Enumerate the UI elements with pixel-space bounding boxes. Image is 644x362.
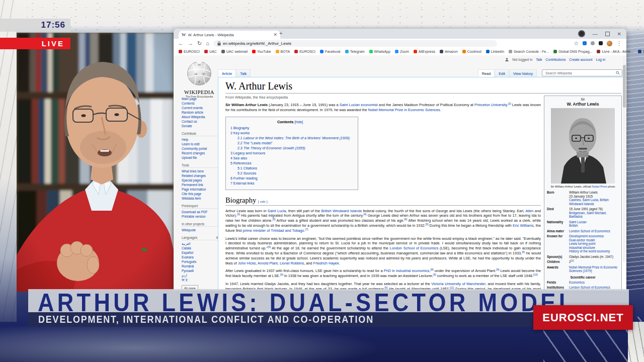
bookmark-item[interactable]: Coolmod (462, 50, 481, 53)
infobox-value-link[interactable]: Industrial structure (569, 246, 619, 250)
search-input[interactable] (544, 71, 616, 75)
sidebar-link[interactable]: Wikidata item (182, 196, 219, 201)
sidebar-link[interactable]: What links here (182, 169, 219, 173)
bookmark-item[interactable]: EUROSCI (179, 50, 200, 53)
article-link[interactable]: Arnold Plant (258, 261, 278, 265)
sidebar-link[interactable]: Download as PDF (182, 210, 219, 214)
bookmark-item[interactable]: Search Console - Fe... (509, 50, 549, 53)
toc-item[interactable]: 5 References (230, 161, 350, 166)
citation-ref[interactable]: [3] (237, 213, 240, 216)
profile-avatar[interactable] (607, 41, 612, 46)
close-button[interactable]: ✕ (617, 31, 621, 37)
citation-ref[interactable]: [8] (431, 268, 434, 271)
infobox-value-link[interactable]: Lewis turning point (569, 242, 619, 246)
infobox-value-link[interactable]: History of the world economy (569, 249, 619, 253)
back-icon[interactable]: ← (178, 41, 184, 46)
article-link[interactable]: Princeton University (474, 103, 507, 107)
toc-item[interactable]: 4 See also (230, 156, 350, 161)
new-tab-button[interactable]: + (279, 30, 282, 36)
toc-item[interactable]: 2.3 The Theory of Economic Growth (1955) (230, 146, 350, 151)
bookmark-item[interactable]: UAC webmail (221, 50, 248, 53)
tab-article[interactable]: Article (218, 69, 236, 77)
article-link[interactable]: Saint Lucia (268, 209, 286, 213)
toc-item[interactable]: 2.2 The "Lewis model" (230, 141, 350, 146)
toc-item[interactable]: 3 Legacy and honours (230, 151, 350, 156)
infobox-value-link[interactable]: Nobel Memorial Prize in Economic Science… (569, 265, 619, 273)
sidebar-link[interactable]: Printable version (182, 214, 219, 219)
sidebar-link[interactable]: Euskara (182, 255, 219, 259)
article-link[interactable]: Eric Williams (513, 223, 534, 228)
sidebar-link[interactable]: Page information (182, 187, 219, 192)
sidebar-link[interactable]: About Wikipedia (182, 115, 219, 119)
sidebar-link[interactable]: Donate (182, 124, 219, 128)
infobox-value-link[interactable]: British (569, 224, 619, 228)
citation-ref[interactable]: [5] (272, 218, 275, 221)
sidebar-link[interactable]: Contact us (182, 119, 219, 124)
infobox-value-link[interactable]: Saint Lucian (569, 220, 619, 224)
sidebar-link[interactable]: العربية (182, 241, 219, 246)
article-link[interactable]: British Windward Islands (321, 209, 362, 213)
article-link[interactable]: Saint Lucian (340, 103, 360, 107)
scrollbar[interactable] (623, 56, 626, 262)
sidebar-link[interactable]: Contents (182, 101, 219, 106)
infobox-value-link[interactable]: Economics (569, 281, 619, 285)
personal-tool-link[interactable]: Log in (596, 58, 605, 61)
sidebar-link[interactable]: اردو (182, 273, 219, 278)
article-link[interactable]: Nobel Memorial Prize in Economic Science… (368, 108, 440, 112)
bookmark-item[interactable]: BOTA (276, 50, 290, 53)
sidebar-link[interactable]: Català (182, 246, 219, 250)
citation-ref[interactable]: [5] (426, 223, 429, 226)
bookmark-item[interactable]: LinkedIn (486, 50, 504, 53)
bookmark-item[interactable]: Global DNS Propag... (553, 50, 592, 53)
citation-ref[interactable]: [10] (533, 273, 538, 276)
sidebar-link[interactable]: Random article (182, 110, 219, 115)
article-link[interactable]: prime minister of Trinidad and Tobago (243, 228, 304, 233)
wikipedia-logo[interactable]: W Ω 字 ى WIKIPEDIA The Free Encyclopedia (180, 59, 219, 98)
article-link[interactable]: Friedrich Hayek (313, 261, 339, 265)
sidebar-link[interactable]: 中文 (182, 278, 219, 282)
wikipedia-search-box[interactable] (542, 69, 622, 76)
bookmark-item[interactable]: AliExpress (414, 50, 435, 53)
citation-ref[interactable]: [9] (280, 273, 283, 276)
sidebar-link[interactable]: Community portal (182, 146, 219, 151)
sidebar-link[interactable]: Special pages (182, 178, 219, 183)
maximize-button[interactable] (605, 32, 610, 36)
sidebar-link[interactable]: Related changes (182, 173, 219, 178)
article-link[interactable]: London School of Economics (390, 246, 439, 250)
infobox-value-link[interactable]: London School of Economics (569, 229, 619, 233)
infobox-value-link[interactable]: Development economics (569, 234, 619, 238)
infobox-value-link[interactable]: Dual-sector model (569, 238, 619, 242)
article-link[interactable]: Allen (525, 209, 533, 213)
toc-item[interactable]: 6 Further reading (230, 176, 350, 181)
bookmark-item[interactable]: UAC (204, 50, 217, 53)
tab-edit[interactable]: Edit (495, 69, 509, 77)
toc-item[interactable]: 5.1 Citations (230, 166, 350, 171)
sidebar-link[interactable]: Main page (182, 97, 219, 101)
sidebar-link[interactable]: Español (182, 250, 219, 255)
sidebar-link[interactable]: Cite this page (182, 192, 219, 196)
citation-ref[interactable]: [5] (522, 250, 525, 253)
toc-item[interactable]: 2 Key works (230, 131, 350, 136)
sidebar-link[interactable]: Português (182, 259, 219, 264)
bookmark-item[interactable]: Telegram (345, 50, 365, 53)
scrollbar-thumb[interactable] (623, 65, 626, 108)
sidebar-link[interactable]: Permanent link (182, 183, 219, 187)
bookmark-item[interactable]: WhatsApp (369, 50, 390, 53)
tab-talk[interactable]: Talk (236, 69, 251, 77)
toc-item[interactable]: 1 Biography (230, 126, 350, 131)
bookmark-star-icon[interactable]: ☆ (574, 41, 579, 46)
tab-view-history[interactable]: View history (509, 69, 537, 77)
reload-icon[interactable]: ↻ (197, 41, 202, 46)
tab-read[interactable]: Read (478, 69, 495, 77)
bookmark-item[interactable]: EUROSCI (294, 50, 315, 53)
bookmark-item[interactable]: Amazon (440, 50, 458, 53)
personal-tool-link[interactable]: Talk (536, 58, 542, 61)
citation-ref[interactable]: [9] (496, 268, 499, 271)
minimize-button[interactable]: — (593, 31, 598, 37)
citation-ref[interactable]: [5] (268, 245, 271, 248)
sidebar-link[interactable]: Current events (182, 106, 219, 110)
sidebar-link[interactable]: Recent changes (182, 151, 219, 155)
article-link[interactable]: Victoria University of Manchester (431, 282, 485, 286)
toc-item[interactable]: 5.2 Sources (230, 171, 350, 176)
extension-icon-dark[interactable] (599, 41, 603, 45)
